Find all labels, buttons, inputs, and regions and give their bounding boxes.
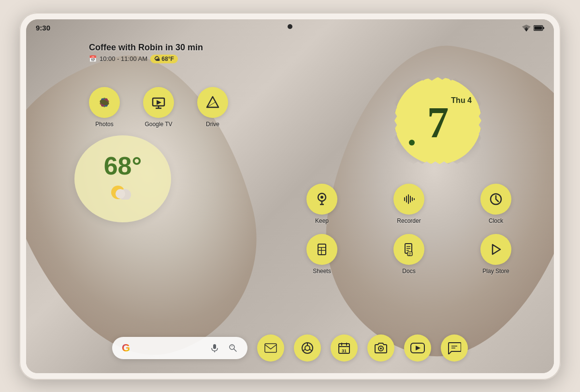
playstore-icon <box>489 242 503 257</box>
drive-icon-circle <box>197 87 228 118</box>
svg-point-50 <box>305 346 310 350</box>
app-sheets[interactable]: Sheets <box>306 234 337 275</box>
svg-rect-33 <box>414 198 415 200</box>
photos-icon <box>97 95 112 110</box>
messages-icon <box>448 342 461 354</box>
app-photos[interactable]: Photos <box>89 87 120 128</box>
svg-rect-5 <box>535 26 542 29</box>
svg-rect-31 <box>410 196 411 203</box>
app-playstore[interactable]: Play Store <box>480 234 511 275</box>
calendar-large-widget[interactable]: Thu 4 7 <box>394 77 481 164</box>
app-recorder[interactable]: Recorder <box>393 184 424 224</box>
status-time: 9:30 <box>36 24 50 32</box>
recorder-icon <box>402 192 416 206</box>
svg-marker-42 <box>493 245 500 254</box>
search-bar[interactable]: G <box>112 337 247 359</box>
googletv-label: Google TV <box>145 121 172 128</box>
svg-rect-29 <box>406 196 407 203</box>
tablet-screen: 9:30 Coffee with Robin in 30 min 📅 10: <box>26 19 554 373</box>
app-clock[interactable]: Clock <box>480 184 511 224</box>
wifi-icon <box>522 25 531 31</box>
event-time: 10:00 - 11:00 AM <box>100 55 147 62</box>
svg-marker-14 <box>157 100 161 105</box>
calendar-small-icon: 📅 <box>89 55 97 62</box>
svg-point-47 <box>231 345 233 347</box>
photos-label: Photos <box>95 121 113 128</box>
app-icons-col2: Recorder Docs <box>393 184 424 275</box>
svg-rect-28 <box>404 197 405 201</box>
svg-rect-32 <box>412 197 413 201</box>
battery-icon <box>534 25 544 31</box>
svg-text:31: 31 <box>342 348 347 353</box>
svg-rect-24 <box>318 244 326 255</box>
recorder-icon-circle <box>393 184 424 215</box>
app-youtube[interactable] <box>404 334 431 362</box>
gmail-icon <box>264 343 277 353</box>
svg-line-53 <box>309 349 312 350</box>
svg-marker-62 <box>416 346 420 350</box>
weather-widget[interactable]: 68° <box>74 135 171 222</box>
app-icons-top-row: Photos Google TV <box>89 87 228 128</box>
event-title: Coffee with Robin in 30 min <box>89 43 203 53</box>
google-logo: G <box>122 342 130 354</box>
clock-icon <box>489 192 503 206</box>
cal-dot <box>409 140 415 145</box>
docs-label: Docs <box>402 268 415 275</box>
front-camera <box>288 24 292 29</box>
svg-rect-30 <box>408 194 409 204</box>
app-messages[interactable] <box>441 334 468 362</box>
calendar-icon: 31 <box>337 341 351 355</box>
sheets-icon <box>315 242 329 257</box>
sheets-icon-circle <box>306 234 337 265</box>
svg-rect-48 <box>265 344 276 352</box>
app-icons-col3: Clock Play Store <box>480 184 511 275</box>
drive-icon <box>205 95 220 110</box>
app-icons-col1: Keep Sheets <box>306 184 337 275</box>
app-gmail[interactable] <box>257 334 284 362</box>
app-camera[interactable] <box>367 334 394 362</box>
svg-line-46 <box>234 349 236 351</box>
googletv-icon <box>151 95 166 110</box>
svg-rect-4 <box>543 27 545 29</box>
docs-icon-circle <box>393 234 424 265</box>
photos-icon-circle <box>89 87 120 118</box>
playstore-label: Play Store <box>482 268 509 275</box>
keep-icon <box>315 192 329 206</box>
chrome-icon <box>301 341 314 355</box>
camera-icon <box>374 342 388 354</box>
lens-icon[interactable] <box>228 343 238 353</box>
keep-icon-circle <box>306 184 337 215</box>
dock-apps: 31 <box>257 334 468 362</box>
sheets-label: Sheets <box>313 268 331 275</box>
keep-label: Keep <box>315 218 329 224</box>
weather-temperature: 68° <box>104 153 142 178</box>
svg-point-60 <box>380 348 382 349</box>
playstore-icon-circle <box>480 234 511 265</box>
mic-icon[interactable] <box>210 343 219 353</box>
weather-sun-icon <box>108 180 137 204</box>
event-weather: 🌤 68°F <box>150 55 178 63</box>
status-icons <box>522 25 544 31</box>
app-googletv[interactable]: Google TV <box>143 87 174 128</box>
app-chrome[interactable] <box>294 334 321 362</box>
svg-marker-15 <box>207 97 218 107</box>
app-keep[interactable]: Keep <box>306 184 337 224</box>
dock: G <box>106 334 474 362</box>
app-calendar[interactable]: 31 <box>331 334 358 362</box>
clock-icon-circle <box>480 184 511 215</box>
tablet-device: 9:30 Coffee with Robin in 30 min 📅 10: <box>19 13 561 380</box>
app-docs[interactable]: Docs <box>393 234 424 275</box>
app-drive[interactable]: Drive <box>197 87 228 128</box>
svg-point-21 <box>320 196 323 199</box>
cal-day-label: Thu 4 <box>451 96 472 105</box>
svg-rect-43 <box>213 344 216 349</box>
clock-label: Clock <box>489 218 503 224</box>
calendar-event-widget[interactable]: Coffee with Robin in 30 min 📅 10:00 - 11… <box>89 43 203 63</box>
svg-line-52 <box>303 349 305 350</box>
cal-number: 7 <box>427 101 449 145</box>
svg-point-19 <box>116 189 125 199</box>
event-details: 📅 10:00 - 11:00 AM 🌤 68°F <box>89 55 203 63</box>
youtube-icon <box>410 343 425 353</box>
recorder-label: Recorder <box>397 218 420 224</box>
docs-icon <box>402 242 416 257</box>
